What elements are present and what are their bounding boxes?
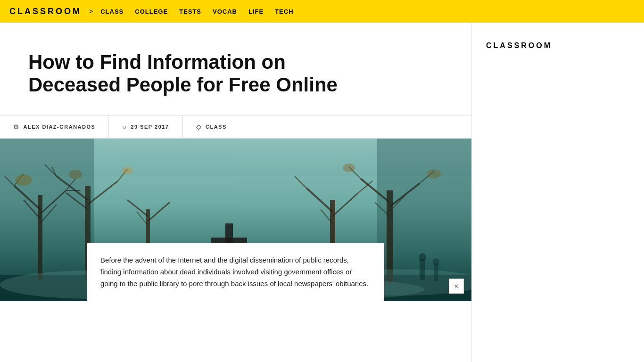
- article-title: How to Find Information on Deceased Peop…: [28, 51, 368, 97]
- article-header: How to Find Information on Deceased Peop…: [0, 23, 471, 116]
- article-excerpt: Before the advent of the Internet and th…: [100, 255, 371, 289]
- sidebar-logo: CLASSROOM: [486, 41, 552, 49]
- author-icon: ⊙: [13, 123, 20, 131]
- meta-author: ⊙ ALEX DIAZ-GRANADOS: [0, 116, 109, 138]
- header-logo[interactable]: CLASSROOM: [9, 7, 82, 16]
- hero-container: Before the advent of the Internet and th…: [0, 139, 471, 301]
- nav-item-vocab[interactable]: VOCAB: [213, 8, 237, 15]
- close-button[interactable]: ×: [449, 279, 464, 294]
- nav-item-tests[interactable]: TESTS: [179, 8, 201, 15]
- main-nav: CLASS COLLEGE TESTS VOCAB LIFE TECH: [100, 8, 293, 15]
- site-header: CLASSROOM > CLASS COLLEGE TESTS VOCAB LI…: [0, 0, 644, 23]
- content-area: How to Find Information on Deceased Peop…: [0, 23, 471, 362]
- svg-point-40: [122, 167, 133, 174]
- svg-point-42: [343, 164, 355, 172]
- nav-item-tech[interactable]: TECH: [275, 8, 293, 15]
- publish-date: 29 SEP 2017: [131, 124, 169, 130]
- main-layout: How to Find Information on Deceased Peop…: [0, 23, 644, 362]
- article-excerpt-box: Before the advent of the Internet and th…: [87, 243, 384, 301]
- meta-bar: ⊙ ALEX DIAZ-GRANADOS ○ 29 SEP 2017 ◇ CLA…: [0, 116, 471, 139]
- sidebar: CLASSROOM: [471, 23, 644, 362]
- clock-icon: ○: [122, 123, 127, 131]
- meta-date: ○ 29 SEP 2017: [109, 116, 182, 138]
- nav-item-life[interactable]: LIFE: [248, 8, 264, 15]
- nav-item-class[interactable]: CLASS: [100, 8, 124, 15]
- breadcrumb-arrow: >: [89, 8, 93, 15]
- meta-category: ◇ CLASS: [183, 116, 240, 138]
- nav-item-college[interactable]: COLLEGE: [135, 8, 168, 15]
- category-label: CLASS: [206, 124, 227, 130]
- author-name: ALEX DIAZ-GRANADOS: [24, 124, 96, 130]
- svg-rect-51: [377, 139, 471, 301]
- hero-image: Before the advent of the Internet and th…: [0, 139, 471, 301]
- svg-rect-50: [0, 139, 94, 301]
- tag-icon: ◇: [196, 123, 202, 131]
